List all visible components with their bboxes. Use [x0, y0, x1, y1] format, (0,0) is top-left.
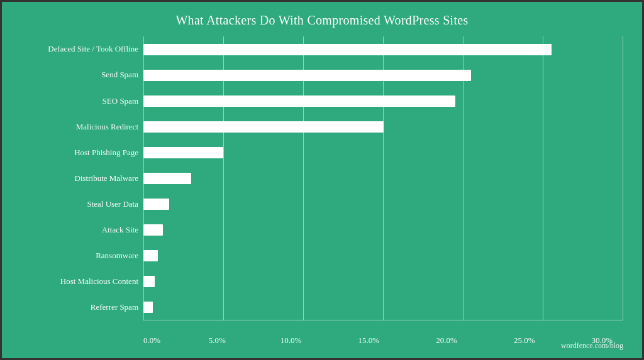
x-axis-label: 5.0% [209, 335, 226, 346]
y-label: Ransomware [21, 251, 138, 260]
bars-area [143, 36, 623, 320]
y-label: Host Phishing Page [21, 148, 138, 157]
bar [143, 276, 155, 287]
bar-row [143, 300, 623, 314]
y-label: Attack Site [21, 226, 138, 234]
x-axis-label: 10.0% [280, 335, 302, 346]
bar [143, 302, 153, 313]
chart-container: What Attackers Do With Compromised WordP… [0, 0, 644, 360]
bar [143, 173, 191, 184]
x-axis-label: 15.0% [358, 335, 379, 346]
y-labels: Defaced Site / Took OfflineSend SpamSEO … [21, 36, 143, 320]
bar [143, 70, 471, 81]
bar-row [143, 223, 623, 237]
y-label: Send Spam [21, 70, 138, 79]
bar [143, 44, 552, 55]
y-label: Malicious Redirect [21, 123, 138, 131]
y-label: Host Malicious Content [21, 277, 138, 286]
x-axis-label: 0.0% [143, 335, 160, 346]
bar [143, 199, 169, 210]
chart-title: What Attackers Do With Compromised WordP… [21, 13, 623, 28]
chart-area: Defaced Site / Took OfflineSend SpamSEO … [21, 36, 623, 320]
bar-row [143, 249, 623, 263]
bar-row [143, 43, 623, 57]
y-label: SEO Spam [21, 97, 138, 106]
bar [143, 121, 384, 133]
y-label: Steal User Data [21, 200, 138, 209]
bar-row [143, 197, 623, 211]
x-axis: 0.0%5.0%10.0%15.0%20.0%25.0%30.0% [143, 335, 623, 346]
y-label: Defaced Site / Took Offline [21, 45, 138, 53]
bar [143, 95, 455, 107]
bar [143, 250, 158, 261]
x-axis-label: 25.0% [514, 335, 535, 346]
bar [143, 147, 223, 158]
bar-row [143, 68, 623, 82]
watermark: wordfence.com/blog [561, 341, 623, 351]
x-axis-label: 20.0% [436, 335, 457, 346]
bar-row [143, 146, 623, 160]
bar-row [143, 172, 623, 185]
x-axis-line [143, 320, 623, 320]
bar-row [143, 94, 623, 108]
bar-row [143, 120, 623, 134]
bar [143, 224, 163, 236]
bar-row [143, 275, 623, 288]
y-label: Referrer Spam [21, 303, 138, 312]
y-label: Distribute Malware [21, 174, 138, 183]
